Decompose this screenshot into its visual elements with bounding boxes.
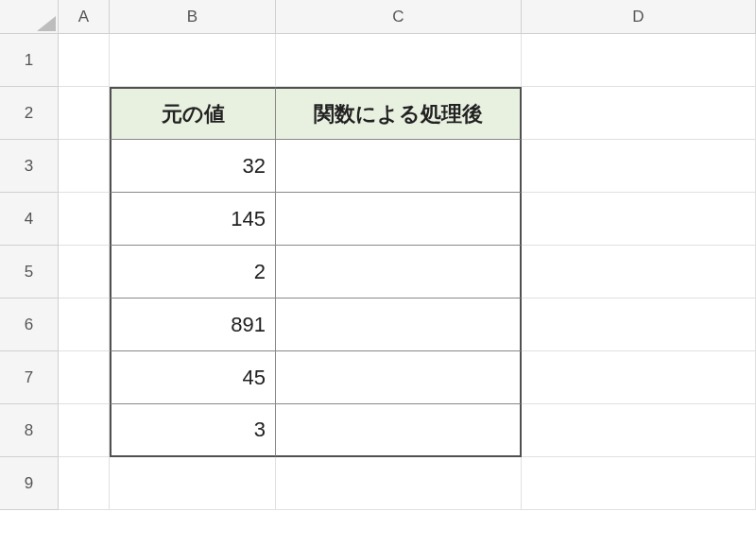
cell-c5[interactable] xyxy=(276,246,522,299)
row-header-5[interactable]: 5 xyxy=(0,246,59,299)
cell-d5[interactable] xyxy=(522,246,756,299)
row-header-9[interactable]: 9 xyxy=(0,457,59,510)
cell-c2[interactable]: 関数による処理後 xyxy=(276,87,522,140)
cell-b4[interactable]: 145 xyxy=(110,193,276,246)
row-header-6[interactable]: 6 xyxy=(0,299,59,351)
row-header-7[interactable]: 7 xyxy=(0,351,59,404)
cell-c3[interactable] xyxy=(276,140,522,193)
row-header-2[interactable]: 2 xyxy=(0,87,59,140)
cell-a1[interactable] xyxy=(59,34,110,87)
cell-d4[interactable] xyxy=(522,193,756,246)
cell-b7[interactable]: 45 xyxy=(110,351,276,404)
cell-d9[interactable] xyxy=(522,457,756,510)
row-header-4[interactable]: 4 xyxy=(0,193,59,246)
cell-d3[interactable] xyxy=(522,140,756,193)
cell-a8[interactable] xyxy=(59,404,110,457)
cell-b5[interactable]: 2 xyxy=(110,246,276,299)
cell-a7[interactable] xyxy=(59,351,110,404)
col-header-b[interactable]: B xyxy=(110,0,276,34)
cell-b8[interactable]: 3 xyxy=(110,404,276,457)
cell-d7[interactable] xyxy=(522,351,756,404)
cell-c6[interactable] xyxy=(276,299,522,351)
cell-a5[interactable] xyxy=(59,246,110,299)
row-header-1[interactable]: 1 xyxy=(0,34,59,87)
cell-a3[interactable] xyxy=(59,140,110,193)
cell-a2[interactable] xyxy=(59,87,110,140)
cell-d1[interactable] xyxy=(522,34,756,87)
col-header-a[interactable]: A xyxy=(59,0,110,34)
cell-a6[interactable] xyxy=(59,299,110,351)
cell-b3[interactable]: 32 xyxy=(110,140,276,193)
col-header-d[interactable]: D xyxy=(522,0,756,34)
col-header-c[interactable]: C xyxy=(276,0,522,34)
cell-c7[interactable] xyxy=(276,351,522,404)
cell-b9[interactable] xyxy=(110,457,276,510)
cell-c1[interactable] xyxy=(276,34,522,87)
cell-b6[interactable]: 891 xyxy=(110,299,276,351)
cell-d8[interactable] xyxy=(522,404,756,457)
cell-d2[interactable] xyxy=(522,87,756,140)
row-header-8[interactable]: 8 xyxy=(0,404,59,457)
row-header-3[interactable]: 3 xyxy=(0,140,59,193)
select-all-corner[interactable] xyxy=(0,0,59,34)
spreadsheet-grid: A B C D 1 2 元の値 関数による処理後 3 32 4 145 5 2 … xyxy=(0,0,756,510)
cell-b2[interactable]: 元の値 xyxy=(110,87,276,140)
cell-c4[interactable] xyxy=(276,193,522,246)
cell-b1[interactable] xyxy=(110,34,276,87)
cell-c9[interactable] xyxy=(276,457,522,510)
cell-c8[interactable] xyxy=(276,404,522,457)
cell-a9[interactable] xyxy=(59,457,110,510)
cell-d6[interactable] xyxy=(522,299,756,351)
cell-a4[interactable] xyxy=(59,193,110,246)
